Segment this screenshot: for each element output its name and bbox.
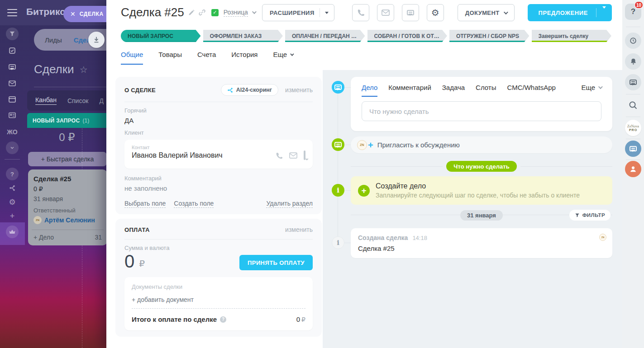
kanban-column-header[interactable]: НОВЫЙ ЗАПРОС (1): [27, 113, 107, 128]
contact-call-icon[interactable]: [275, 152, 283, 160]
invite-to-discussion[interactable]: ZN + Пригласить к обсуждению: [351, 136, 612, 153]
pipeline-stage[interactable]: ОФОРМЛЕН ЗАКАЗ: [203, 30, 283, 42]
pipeline-stage[interactable]: СОБРАН / ГОТОВ К ОТГ...: [367, 30, 448, 42]
deal-tab-label: История: [231, 51, 258, 58]
contacts-icon[interactable]: [6, 109, 19, 122]
call-button[interactable]: [352, 4, 369, 21]
delete-section-link[interactable]: Удалить раздел: [266, 200, 313, 208]
composer-input[interactable]: [362, 101, 601, 121]
extensions-button[interactable]: РАСШИРЕНИЯ: [262, 4, 334, 21]
contact-chat-icon[interactable]: [304, 151, 305, 160]
close-slider-label: СДЕЛКА: [80, 11, 104, 17]
collapse-menu-icon[interactable]: [6, 141, 19, 154]
create-activity-hint[interactable]: + Создайте дело Запланируйте следующий ш…: [351, 176, 612, 205]
timeline-more-tab[interactable]: Еще: [581, 84, 601, 91]
share-icon[interactable]: [6, 182, 19, 194]
zenova-logo[interactable]: ZeNova PRO: [625, 120, 641, 136]
field-value-comment[interactable]: не заполнено: [124, 184, 313, 192]
help-button[interactable]: ? 10: [625, 4, 641, 20]
timeline-tab[interactable]: Слоты: [476, 84, 496, 97]
info-icon[interactable]: ?: [220, 316, 226, 323]
timeline-tab[interactable]: СМС/WhatsApp: [507, 84, 556, 97]
tasks-icon[interactable]: [6, 44, 19, 57]
pipeline-stage[interactable]: НОВЫЙ ЗАПРОС: [121, 30, 201, 42]
email-button[interactable]: [377, 4, 394, 21]
deal-category[interactable]: Розница: [224, 9, 248, 17]
menu-icon[interactable]: [7, 9, 17, 16]
todo-pill-button[interactable]: Что нужно сделать: [446, 161, 516, 172]
crm-funnel-icon[interactable]: [6, 28, 19, 40]
accept-payment-button[interactable]: ПРИНЯТЬ ОПЛАТУ: [239, 255, 313, 270]
add-activity-link[interactable]: + Дело: [33, 234, 54, 241]
add-document-link[interactable]: + добавить документ: [132, 296, 305, 303]
minimize-slider-button[interactable]: [88, 32, 105, 48]
invite-plus-icon: +: [368, 141, 373, 150]
edit-section-link[interactable]: изменить: [285, 86, 313, 94]
proposal-caret-button[interactable]: [596, 9, 612, 17]
history-icon[interactable]: [625, 33, 641, 49]
tab-leads[interactable]: Лиды: [45, 36, 62, 44]
deal-amount[interactable]: 0: [124, 252, 134, 270]
profile-avatar[interactable]: [625, 161, 641, 177]
add-activity-icon[interactable]: +: [358, 185, 370, 197]
deal-tab[interactable]: История: [231, 51, 258, 65]
quick-deal-button[interactable]: + Быстрая сделка: [28, 152, 107, 166]
deal-tab[interactable]: Счета: [197, 51, 216, 65]
field-value-hot[interactable]: ДА: [124, 117, 313, 124]
bg-view-tab[interactable]: Список: [67, 97, 89, 104]
group-chat-icon[interactable]: [625, 141, 641, 157]
bg-view-tab[interactable]: Д: [99, 97, 103, 104]
bitrix-logo: Битрикс24: [26, 6, 65, 17]
notifications-bell-icon[interactable]: [625, 53, 641, 70]
chat-icon[interactable]: [6, 61, 19, 73]
settings-button[interactable]: ⚙: [427, 4, 444, 21]
contact-name[interactable]: Иванов Валерий Иванович: [132, 151, 275, 160]
document-button[interactable]: ДОКУМЕНТ: [458, 4, 515, 21]
timeline-composer: ДелоКомментарийЗадачаСлотыСМС/WhatsApp Е…: [351, 77, 612, 131]
bg-view-tabs: КанбанСписокД: [27, 90, 107, 111]
edit-title-icon[interactable]: [188, 9, 195, 16]
open-chat-button[interactable]: [402, 4, 419, 21]
proposal-button[interactable]: ПРЕДЛОЖЕНИЕ: [528, 4, 612, 21]
minimize-icon: [93, 36, 100, 43]
deal-tab[interactable]: Еще: [273, 51, 293, 65]
deal-tab[interactable]: Общие: [121, 51, 143, 65]
responsible-link[interactable]: Артём Селюнин: [44, 216, 95, 224]
select-field-link[interactable]: Выбрать поле: [124, 200, 166, 208]
contact-email-icon[interactable]: [289, 152, 297, 159]
pipeline-stage[interactable]: ОТГРУЖЕН / СБОР NPS: [449, 30, 530, 42]
messenger-icon[interactable]: [625, 74, 641, 90]
event-body[interactable]: Сделка #25: [358, 245, 605, 252]
contact-card[interactable]: Контакт Иванов Валерий Иванович: [124, 140, 313, 169]
timeline-tab[interactable]: Дело: [362, 84, 377, 97]
create-field-link[interactable]: Создать поле: [174, 200, 214, 208]
settings-icon[interactable]: ⚙: [6, 196, 19, 208]
nav-label[interactable]: ЖО: [6, 126, 19, 138]
mail-icon[interactable]: [6, 77, 19, 89]
favorite-star-icon[interactable]: ☆: [80, 64, 88, 75]
pipeline-stage[interactable]: Завершить сделку: [532, 30, 612, 42]
timeline-rail: [338, 87, 338, 236]
category-caret-icon[interactable]: [252, 9, 257, 14]
timeline-event-card[interactable]: Создана сделка 14:18 ZN Сделка #25: [351, 228, 612, 258]
timeline-tab[interactable]: Задача: [442, 84, 465, 97]
deal-card-resp-label: Ответственный: [33, 207, 102, 214]
search-icon[interactable]: [625, 97, 641, 113]
deal-tab[interactable]: Товары: [158, 51, 182, 65]
bg-view-tab[interactable]: Канбан: [35, 96, 57, 105]
caret-down-icon[interactable]: [325, 12, 329, 14]
ai-scoring-badge[interactable]: AI24-скоринг: [221, 84, 278, 96]
edit-section-link[interactable]: изменить: [285, 226, 313, 233]
timeline-tab[interactable]: Комментарий: [388, 84, 431, 97]
deal-tab-label: Счета: [197, 51, 216, 58]
copy-link-icon[interactable]: [199, 9, 205, 16]
calendar-icon[interactable]: [6, 93, 19, 105]
chat-bubble-glyph: [630, 146, 637, 151]
help-icon[interactable]: ?: [6, 168, 19, 180]
pipeline-stage[interactable]: ОПЛАЧЕН / ПЕРЕДАН Н...: [285, 30, 365, 42]
add-icon[interactable]: +: [6, 210, 19, 222]
timeline-filter-button[interactable]: ФИЛЬТР: [569, 210, 611, 221]
kanban-deal-card[interactable]: Сделка #25 0 ₽ 31 января Ответственный Z…: [28, 169, 107, 245]
close-slider-button[interactable]: ✕ СДЕЛКА: [63, 6, 106, 22]
crown-icon[interactable]: [6, 226, 19, 238]
